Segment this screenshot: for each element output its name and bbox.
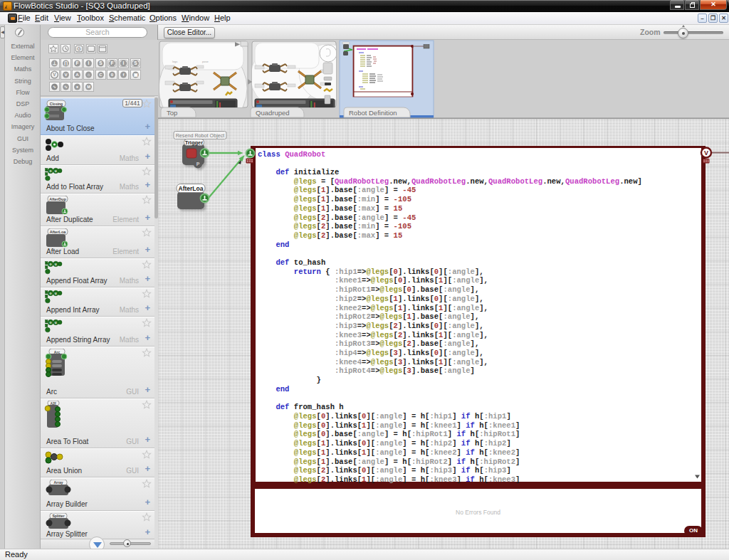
svg-text:M: M bbox=[88, 85, 91, 89]
svg-text:F: F bbox=[76, 60, 79, 65]
svg-text:Quadruped: Quadruped bbox=[256, 109, 290, 117]
svg-text:I: I bbox=[123, 60, 125, 65]
svg-text:Closing: Closing bbox=[50, 102, 63, 106]
svg-text:Splitter: Splitter bbox=[52, 514, 64, 518]
svg-text:u: u bbox=[55, 169, 57, 173]
svg-text:u: u bbox=[55, 321, 57, 324]
svg-text:∿: ∿ bbox=[53, 85, 56, 89]
svg-text:S: S bbox=[99, 60, 103, 65]
svg-text:o: o bbox=[49, 169, 51, 173]
svg-text:▣: ▣ bbox=[133, 72, 137, 77]
svg-text:A2F: A2F bbox=[51, 402, 57, 406]
svg-text:●: ● bbox=[76, 85, 78, 89]
svg-text:∿: ∿ bbox=[64, 85, 68, 89]
svg-text:pose: pose bbox=[202, 60, 209, 63]
svg-text:AfterLoa: AfterLoa bbox=[50, 230, 67, 234]
svg-text:C: C bbox=[99, 72, 103, 77]
svg-text:I: I bbox=[88, 60, 90, 65]
svg-text:S: S bbox=[134, 60, 137, 65]
svg-text:V: V bbox=[704, 149, 708, 157]
svg-text:⊥: ⊥ bbox=[52, 60, 56, 65]
svg-text:P: P bbox=[196, 162, 200, 167]
svg-text:Top: Top bbox=[167, 109, 177, 117]
svg-text:o: o bbox=[49, 321, 51, 324]
svg-text:V: V bbox=[53, 72, 56, 77]
svg-text:AfterDup: AfterDup bbox=[49, 197, 66, 201]
svg-text:Resend Robot Object: Resend Robot Object bbox=[176, 132, 225, 139]
svg-text:AfterLoa: AfterLoa bbox=[179, 185, 204, 192]
svg-text:u: u bbox=[55, 292, 57, 295]
svg-text:u: u bbox=[55, 263, 57, 266]
svg-text:o: o bbox=[49, 292, 51, 295]
svg-text:legs: legs bbox=[172, 60, 177, 63]
svg-text:∏: ∏ bbox=[64, 60, 68, 66]
svg-text:Trigger: Trigger bbox=[185, 139, 204, 146]
svg-text:G: G bbox=[77, 46, 80, 51]
svg-text:Array: Array bbox=[53, 480, 63, 485]
svg-text:A: A bbox=[75, 72, 79, 77]
svg-text:Arc: Arc bbox=[54, 350, 61, 354]
svg-text:Robot Definition: Robot Definition bbox=[349, 109, 397, 117]
svg-text:⌂: ⌂ bbox=[88, 72, 90, 77]
svg-text:F: F bbox=[111, 60, 114, 65]
svg-text:o: o bbox=[49, 263, 51, 266]
